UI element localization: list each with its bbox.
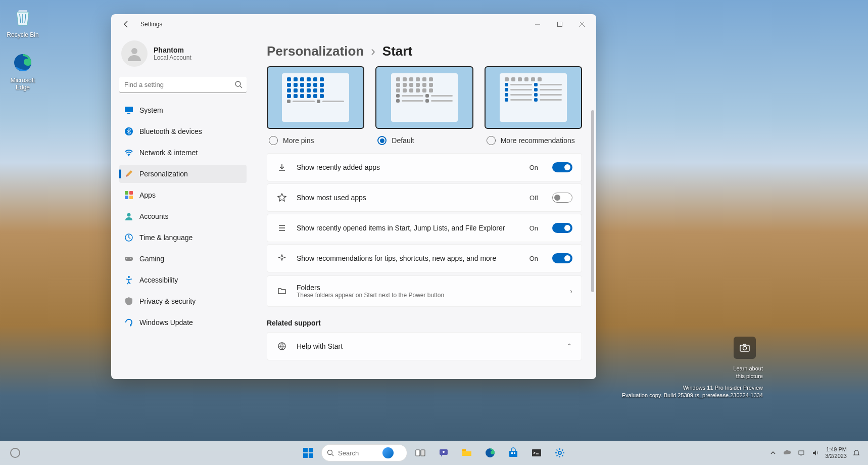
radio-icon-selected (377, 136, 387, 145)
apps-icon (124, 191, 133, 200)
chat-button[interactable] (433, 443, 454, 463)
taskbar-search[interactable] (321, 444, 407, 461)
toggle-switch[interactable] (552, 162, 572, 172)
task-view-button[interactable] (410, 443, 430, 463)
layout-more-recommendations[interactable]: More recommendations (485, 66, 582, 145)
nav-windows-update[interactable]: Windows Update (119, 313, 247, 332)
radio-icon (269, 136, 278, 145)
nav-label: Bluetooth & devices (139, 127, 202, 135)
back-button[interactable] (119, 17, 133, 31)
onedrive-icon[interactable] (783, 448, 792, 457)
nav-accounts[interactable]: Accounts (119, 207, 247, 225)
svg-rect-1 (558, 22, 562, 27)
breadcrumb-current: Start (382, 43, 412, 59)
svg-point-7 (128, 155, 129, 156)
settings-search-input[interactable] (119, 77, 247, 93)
chevron-right-icon: › (570, 287, 572, 295)
nav-apps[interactable]: Apps (119, 186, 247, 204)
profile-block[interactable]: Phantom Local Account (119, 34, 247, 72)
svg-rect-24 (303, 453, 308, 458)
nav-system[interactable]: System (119, 101, 247, 119)
taskbar-clock[interactable]: 1:49 PM 3/2/2023 (825, 446, 847, 459)
clock-date: 3/2/2023 (825, 453, 847, 459)
desktop-icon-edge[interactable]: Microsoft Edge (3, 51, 43, 91)
tray-chevron-icon[interactable] (768, 448, 778, 457)
nav-time-language[interactable]: Time & language (119, 228, 247, 247)
download-icon (276, 163, 287, 172)
toggle-state: Off (529, 194, 538, 202)
desktop-icon-label: Recycle Bin (3, 31, 43, 38)
svg-rect-9 (129, 191, 133, 195)
spotlight-caption[interactable]: Learn about this picture (733, 365, 763, 380)
svg-rect-23 (309, 448, 313, 452)
terminal-button[interactable] (526, 443, 547, 463)
scrollbar[interactable] (591, 110, 594, 372)
minimize-button[interactable] (526, 16, 549, 32)
notifications-icon[interactable] (852, 448, 861, 457)
maximize-button[interactable] (549, 16, 571, 32)
nav-label: Network & internet (139, 149, 198, 157)
svg-rect-31 (462, 449, 466, 451)
nav-label: Time & language (139, 234, 192, 242)
sparkle-icon (276, 254, 287, 263)
layout-default[interactable]: Default (375, 66, 473, 145)
network-tray-icon[interactable] (797, 448, 806, 457)
toggle-switch[interactable] (552, 253, 572, 263)
start-button[interactable] (298, 443, 318, 463)
setting-recommendations: Show recommendations for tips, shortcuts… (267, 244, 582, 272)
layout-more-pins[interactable]: More pins (267, 66, 364, 145)
star-icon (276, 193, 287, 202)
nav-label: System (139, 106, 163, 114)
setting-label: Folders (297, 284, 561, 292)
desktop-icon-label: Microsoft Edge (3, 77, 43, 91)
svg-rect-25 (309, 453, 313, 458)
settings-button[interactable] (550, 443, 570, 463)
recycle-bin-icon (11, 5, 35, 29)
breadcrumb-parent[interactable]: Personalization (267, 43, 364, 59)
edge-button[interactable] (480, 443, 500, 463)
nav-network[interactable]: Network & internet (119, 144, 247, 162)
search-icon (327, 449, 334, 456)
toggle-state: On (529, 224, 538, 232)
settings-search[interactable] (119, 77, 247, 93)
folder-icon (276, 287, 287, 296)
svg-point-12 (127, 213, 131, 217)
svg-point-21 (11, 448, 20, 457)
close-button[interactable] (571, 16, 593, 32)
volume-icon[interactable] (811, 448, 820, 457)
svg-point-26 (328, 450, 332, 455)
setting-subtitle: These folders appear on Start next to th… (297, 292, 561, 299)
chevron-up-icon: ⌃ (566, 342, 572, 350)
nav-personalization[interactable]: Personalization (119, 165, 247, 183)
nav-label: Apps (139, 191, 156, 199)
layout-label: Default (392, 136, 414, 145)
nav-accessibility[interactable]: Accessibility (119, 271, 247, 289)
update-icon (124, 318, 133, 327)
settings-window: Settings Phantom Local Account (111, 14, 596, 379)
bluetooth-icon (124, 127, 133, 136)
spotlight-camera-button[interactable] (734, 337, 756, 359)
widgets-button[interactable] (5, 443, 25, 463)
toggle-switch[interactable] (552, 223, 572, 233)
clock-time: 1:49 PM (825, 446, 847, 453)
content-area: Personalization › Start Mor (253, 34, 596, 379)
breadcrumb-separator: › (371, 43, 375, 59)
desktop-icon-recycle-bin[interactable]: Recycle Bin (3, 5, 43, 38)
build-watermark: Windows 11 Pro Insider Preview Evaluatio… (622, 384, 763, 399)
taskbar-search-input[interactable] (338, 449, 378, 457)
help-with-start[interactable]: Help with Start ⌃ (267, 332, 582, 360)
svg-rect-34 (511, 452, 513, 454)
nav-privacy[interactable]: Privacy & security (119, 292, 247, 310)
store-button[interactable] (503, 443, 523, 463)
setting-folders[interactable]: Folders These folders appear on Start ne… (267, 275, 582, 307)
nav-bluetooth[interactable]: Bluetooth & devices (119, 122, 247, 141)
svg-rect-14 (125, 257, 133, 261)
setting-recent-items: Show recently opened items in Start, Jum… (267, 214, 582, 242)
bing-chat-icon[interactable] (382, 447, 394, 458)
toggle-state: On (529, 164, 538, 171)
nav-gaming[interactable]: Gaming (119, 250, 247, 268)
file-explorer-button[interactable] (457, 443, 477, 463)
toggle-switch[interactable] (552, 193, 572, 203)
list-icon (276, 223, 287, 232)
layout-label: More recommendations (501, 136, 575, 145)
